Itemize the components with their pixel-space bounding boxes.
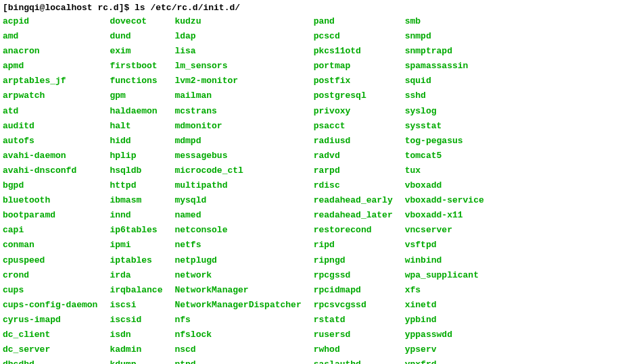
- ls-entry: bootparamd: [3, 208, 97, 223]
- ls-entry: amd: [3, 29, 97, 44]
- ls-entry: cyrus-imapd: [3, 313, 97, 328]
- ls-entry: lvm2-monitor: [174, 74, 301, 88]
- ls-entry: hsqldb: [110, 163, 162, 178]
- ls-entry: capi: [3, 223, 97, 238]
- ls-entry: xfs: [405, 283, 484, 298]
- ls-entry: rstatd: [314, 313, 393, 328]
- ls-entry: saslauthd: [314, 357, 393, 364]
- ls-entry: tomcat5: [405, 149, 484, 163]
- ls-entry: snmpd: [405, 29, 484, 44]
- ls-entry: syslog: [405, 104, 484, 119]
- ls-entry: rwhod: [314, 342, 393, 357]
- ls-entry: nscd: [174, 342, 301, 357]
- ls-entry: netconsole: [174, 223, 301, 238]
- ls-entry: vboxadd-x11: [405, 208, 484, 223]
- ls-entry: gpm: [110, 88, 162, 103]
- ls-entry: functions: [110, 74, 162, 88]
- prompt-command: ls /etc/rc.d/init.d/: [135, 3, 240, 13]
- ls-entry: rpcgssd: [314, 268, 393, 283]
- ls-entry: kudzu: [174, 14, 301, 29]
- ls-entry: pcscd: [314, 29, 393, 44]
- ls-entry: mdmpd: [174, 134, 301, 149]
- ls-entry: vboxadd: [405, 178, 484, 193]
- ls-entry: psacct: [314, 119, 393, 134]
- ls-entry: exim: [110, 44, 162, 59]
- prompt-prefix: [bingqi@localhost rc.d]$: [3, 3, 129, 13]
- ls-output: acpidamdanacronapmdarptables_jfarpwatcha…: [3, 14, 615, 364]
- ls-entry: ripd: [314, 238, 393, 253]
- ls-entry: avahi-daemon: [3, 149, 97, 163]
- ls-entry: ipmi: [110, 238, 162, 253]
- ls-entry: cups-config-daemon: [3, 298, 97, 313]
- ls-entry: ldap: [174, 29, 301, 44]
- ls-entry: lisa: [174, 44, 301, 59]
- ls-entry: iscsid: [110, 313, 162, 328]
- ls-entry: ypbind: [405, 313, 484, 328]
- ls-column: pandpcscdpkcs11otdportmappostfixpostgres…: [314, 14, 393, 364]
- ls-entry: irda: [110, 268, 162, 283]
- ls-entry: snmptrapd: [405, 44, 484, 59]
- ls-entry: pand: [314, 14, 393, 29]
- ls-entry: nfslock: [174, 328, 301, 342]
- ls-entry: dovecot: [110, 14, 162, 29]
- shell-prompt-line: [bingqi@localhost rc.d]$ ls /etc/rc.d/in…: [3, 3, 615, 13]
- ls-entry: squid: [405, 74, 484, 88]
- ls-entry: hidd: [110, 134, 162, 149]
- ls-entry: apmd: [3, 59, 97, 74]
- ls-entry: iptables: [110, 253, 162, 268]
- ls-entry: rusersd: [314, 328, 393, 342]
- ls-entry: ypxfrd: [405, 357, 484, 364]
- ls-entry: spamassassin: [405, 59, 484, 74]
- ls-entry: tux: [405, 163, 484, 178]
- ls-entry: restorecond: [314, 223, 393, 238]
- ls-entry: autofs: [3, 134, 97, 149]
- ls-entry: isdn: [110, 328, 162, 342]
- ls-entry: yppasswdd: [405, 328, 484, 342]
- ls-entry: vncserver: [405, 223, 484, 238]
- ls-entry: auditd: [3, 119, 97, 134]
- ls-entry: rpcidmapd: [314, 283, 393, 298]
- ls-entry: haldaemon: [110, 104, 162, 119]
- ls-entry: dhcdbd: [3, 357, 97, 364]
- ls-entry: conman: [3, 238, 97, 253]
- ls-entry: ip6tables: [110, 223, 162, 238]
- ls-entry: cpuspeed: [3, 253, 97, 268]
- ls-entry: radiusd: [314, 134, 393, 149]
- ls-entry: arpwatch: [3, 88, 97, 103]
- ls-entry: mcstrans: [174, 104, 301, 119]
- ls-entry: radvd: [314, 149, 393, 163]
- ls-entry: netplugd: [174, 253, 301, 268]
- ls-entry: dund: [110, 29, 162, 44]
- ls-entry: sysstat: [405, 119, 484, 134]
- ls-entry: nfs: [174, 313, 301, 328]
- ls-entry: pkcs11otd: [314, 44, 393, 59]
- ls-column: smbsnmpdsnmptrapdspamassassinsquidsshdsy…: [405, 14, 484, 364]
- ls-entry: smb: [405, 14, 484, 29]
- ls-entry: readahead_early: [314, 193, 393, 208]
- ls-entry: NetworkManager: [174, 283, 301, 298]
- ls-entry: rarpd: [314, 163, 393, 178]
- ls-entry: halt: [110, 119, 162, 134]
- ls-entry: tog-pegasus: [405, 134, 484, 149]
- ls-entry: rpcsvcgssd: [314, 298, 393, 313]
- ls-entry: vsftpd: [405, 238, 484, 253]
- ls-entry: messagebus: [174, 149, 301, 163]
- ls-entry: microcode_ctl: [174, 163, 301, 178]
- ls-entry: ibmasm: [110, 193, 162, 208]
- ls-entry: atd: [3, 104, 97, 119]
- ls-entry: readahead_later: [314, 208, 393, 223]
- ls-entry: mdmonitor: [174, 119, 301, 134]
- ls-entry: postgresql: [314, 88, 393, 103]
- ls-entry: irqbalance: [110, 283, 162, 298]
- ls-entry: mysqld: [174, 193, 301, 208]
- ls-entry: rdisc: [314, 178, 393, 193]
- ls-entry: portmap: [314, 59, 393, 74]
- ls-entry: privoxy: [314, 104, 393, 119]
- ls-entry: netfs: [174, 238, 301, 253]
- ls-entry: firstboot: [110, 59, 162, 74]
- ls-column: dovecotdundeximfirstbootfunctionsgpmhald…: [110, 14, 162, 364]
- ls-entry: xinetd: [405, 298, 484, 313]
- ls-entry: mailman: [174, 88, 301, 103]
- ls-entry: crond: [3, 268, 97, 283]
- ls-entry: network: [174, 268, 301, 283]
